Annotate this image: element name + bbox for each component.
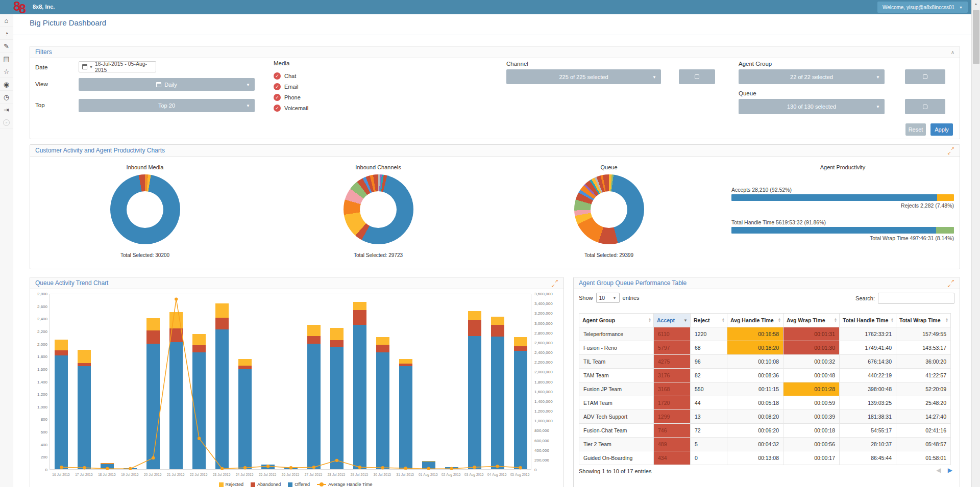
filters-body: Date ▼ 16-Jul-2015 - 05-Aug-2015 View Da… bbox=[30, 58, 960, 139]
sidebar-item-edit[interactable]: ✎ bbox=[0, 40, 13, 53]
secondary-y-axis-tick-label: 1,400,000 bbox=[534, 399, 553, 404]
column-header-avg-handle-time[interactable]: Avg Handle Time▲▼ bbox=[727, 314, 783, 327]
cell-agent-group: Fusion - Reno bbox=[579, 341, 654, 355]
trend-panel-title: Queue Activity Trend Chart bbox=[35, 279, 108, 287]
top-label: Top bbox=[35, 102, 45, 108]
cell-accept: 489 bbox=[654, 438, 691, 451]
cell-total-handle-time: 1749:41:40 bbox=[840, 341, 896, 355]
y-axis-tick-label: 2,000 bbox=[30, 342, 47, 347]
secondary-y-axis-tick-label: 3,600,000 bbox=[534, 292, 553, 296]
sidebar-item-expand[interactable]: » bbox=[0, 116, 13, 129]
cell-total-wrap-time: 25:48:20 bbox=[896, 396, 951, 410]
media-option-label: Email bbox=[284, 84, 299, 90]
next-page-icon[interactable]: ▶ bbox=[948, 467, 952, 474]
checked-circle-icon[interactable]: ✓ bbox=[274, 105, 281, 112]
top-select[interactable]: Top 20 ▼ bbox=[79, 99, 255, 112]
agent-group-select[interactable]: 22 of 22 selected ▼ bbox=[739, 69, 885, 84]
page-scrollbar[interactable]: ▲ bbox=[971, 0, 980, 487]
scrollbar-thumb[interactable] bbox=[973, 10, 979, 64]
secondary-y-axis-tick-label: 200,000 bbox=[534, 458, 549, 463]
accepts-rejects-bar: Accepts 28,210 (92.52%) Rejects 2,282 (7… bbox=[731, 187, 954, 209]
channel-select[interactable]: 225 of 225 selected ▼ bbox=[506, 69, 661, 84]
sidebar-item-home[interactable]: ⌂ bbox=[0, 14, 13, 27]
filters-panel-header: Filters ∧ bbox=[30, 46, 960, 58]
checkbox-icon bbox=[695, 74, 699, 79]
trend-plot-area bbox=[50, 294, 531, 470]
media-option-label: Chat bbox=[284, 73, 296, 79]
apply-button[interactable]: Apply bbox=[930, 123, 953, 136]
secondary-y-axis-tick-label: 800,000 bbox=[534, 428, 549, 433]
media-option-voicemail[interactable]: ✓ Voicemail bbox=[274, 105, 308, 112]
cell-agent-group: Fusion-Chat Team bbox=[579, 424, 654, 438]
sidebar-item-history[interactable]: ◷ bbox=[0, 91, 13, 104]
expand-icon[interactable]: ↗↙ bbox=[947, 280, 954, 287]
charts-panel-header: Customer Activity and Agent Productivity… bbox=[30, 145, 960, 157]
collapse-chevron-icon[interactable]: ∧ bbox=[951, 49, 954, 55]
previous-page-icon[interactable]: ◀ bbox=[936, 467, 941, 474]
sidebar-item-logout[interactable]: ⇥ bbox=[0, 104, 13, 116]
media-option-email[interactable]: ✓ Email bbox=[274, 83, 308, 90]
checked-circle-icon[interactable]: ✓ bbox=[274, 83, 281, 90]
accepts-label: Accepts 28,210 (92.52%) bbox=[731, 187, 954, 193]
y-axis-tick-label: 2,800 bbox=[30, 292, 47, 296]
column-header-agent-group[interactable]: Agent Group▲▼ bbox=[579, 314, 654, 327]
search-input[interactable] bbox=[878, 293, 954, 304]
cell-agent-group: Guided On-Boarding bbox=[579, 451, 654, 465]
column-header-total-wrap-time[interactable]: Total Wrap Time▲▼ bbox=[896, 314, 951, 327]
user-menu[interactable]: Welcome, yisup@a8x8inccss01 ▼ bbox=[877, 2, 968, 13]
column-header-accept[interactable]: Accept▼ bbox=[654, 314, 691, 327]
cell-avg-wrap-time: 00:00:48 bbox=[783, 369, 840, 382]
table-row: ETAM Team17204400:05:1800:00:59139:03:25… bbox=[579, 396, 951, 410]
inbound-channels-chart: Inbound Channels Total Selected: 29723 bbox=[312, 157, 445, 258]
media-option-phone[interactable]: ✓ Phone bbox=[274, 94, 308, 101]
sidebar-item-favorites[interactable]: ☆ bbox=[0, 65, 13, 78]
checked-circle-icon[interactable]: ✓ bbox=[274, 72, 281, 80]
reports-icon: ▤ bbox=[3, 55, 9, 63]
checked-circle-icon[interactable]: ✓ bbox=[274, 94, 281, 101]
cell-accept: 6110 bbox=[654, 327, 691, 341]
sidebar-item-reports[interactable]: ▤ bbox=[0, 53, 13, 65]
page-title: Big Picture Dashboard bbox=[30, 18, 106, 27]
queue-donut bbox=[574, 174, 644, 244]
cell-total-wrap-time: 41:22:57 bbox=[896, 369, 951, 382]
media-option-chat[interactable]: ✓ Chat bbox=[274, 72, 308, 80]
show-label: Show bbox=[579, 295, 593, 301]
cell-accept: 4275 bbox=[654, 355, 691, 369]
table-row: ADV Tech Support12991300:08:2000:00:3918… bbox=[579, 410, 951, 424]
cell-total-wrap-time: 36:00:20 bbox=[896, 355, 951, 369]
date-range-value: 16-Jul-2015 - 05-Aug-2015 bbox=[95, 61, 153, 73]
agent-group-value: 22 of 22 selected bbox=[790, 74, 833, 80]
cell-total-handle-time: 676:14:30 bbox=[840, 355, 896, 369]
agent-group-checkbox-button[interactable] bbox=[905, 69, 945, 84]
queue-activity-trend-panel: Queue Activity Trend Chart ↗↙ Rejected A… bbox=[30, 277, 564, 487]
sidebar-item-dashboard[interactable]: ◔ bbox=[0, 27, 13, 40]
column-header-total-handle-time[interactable]: Total Handle Time▲▼ bbox=[840, 314, 896, 327]
y-axis-tick-label: 2,400 bbox=[30, 317, 47, 321]
channel-checkbox-button[interactable] bbox=[679, 69, 715, 84]
chevron-down-icon: ▼ bbox=[876, 105, 880, 109]
page-length-select[interactable]: 10 ▼ bbox=[596, 293, 620, 303]
cell-reject: 0 bbox=[691, 451, 727, 465]
chevron-down-icon: ▼ bbox=[959, 6, 963, 9]
queue-checkbox-button[interactable] bbox=[905, 99, 945, 114]
cell-avg-wrap-time: 00:00:56 bbox=[783, 438, 840, 451]
expand-icon[interactable]: ↗↙ bbox=[947, 147, 954, 154]
table-row: Tier 2 Team489500:04:3200:00:5628:10:370… bbox=[579, 438, 951, 451]
table-controls: Show 10 ▼ entries Search: bbox=[579, 293, 954, 305]
view-select[interactable]: Daily ▼ bbox=[79, 78, 255, 91]
cell-avg-wrap-time: 00:00:59 bbox=[783, 396, 840, 410]
cell-reject: 68 bbox=[691, 341, 727, 355]
date-range-input[interactable]: ▼ 16-Jul-2015 - 05-Aug-2015 bbox=[79, 61, 156, 72]
column-header-reject[interactable]: Reject▲▼ bbox=[691, 314, 727, 327]
cell-agent-group: Fusion JP Team bbox=[579, 382, 654, 396]
sidebar-item-monitoring[interactable]: ◉ bbox=[0, 78, 13, 91]
column-header-avg-wrap-time[interactable]: Avg Wrap Time▲▼ bbox=[783, 314, 840, 327]
reset-button[interactable]: Reset bbox=[905, 123, 926, 136]
cell-accept: 746 bbox=[654, 424, 691, 438]
expand-icon[interactable]: ↗↙ bbox=[551, 280, 558, 287]
secondary-y-axis-tick-label: 2,000,000 bbox=[534, 370, 553, 374]
scroll-up-arrow-icon[interactable]: ▲ bbox=[972, 0, 980, 8]
queue-select[interactable]: 130 of 130 selected ▼ bbox=[739, 99, 885, 114]
sort-icon: ▲▼ bbox=[891, 318, 894, 323]
charts-panel-title: Customer Activity and Agent Productivity… bbox=[35, 147, 165, 154]
